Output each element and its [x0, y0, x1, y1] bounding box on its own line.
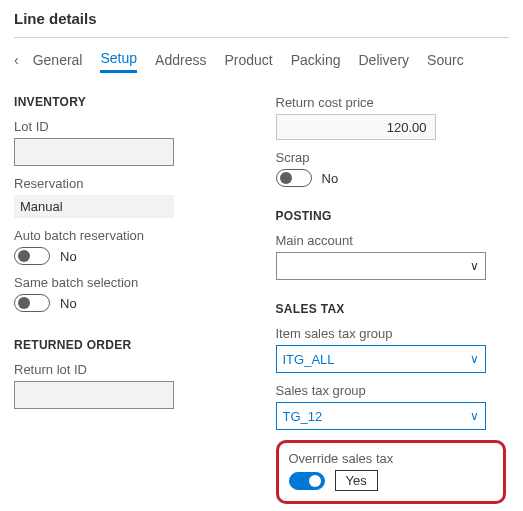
left-column: INVENTORY Lot ID Reservation Manual Auto… [14, 91, 248, 504]
page-title: Line details [14, 10, 509, 27]
scrap-label: Scrap [276, 150, 510, 165]
section-sales-tax: SALES TAX [276, 302, 510, 316]
same-batch-value: No [60, 296, 77, 311]
lot-id-input[interactable] [14, 138, 174, 166]
item-sales-tax-group-value: ITG_ALL [283, 352, 335, 367]
tab-general[interactable]: General [33, 48, 83, 72]
override-sales-tax-toggle[interactable] [289, 472, 325, 490]
sales-tax-group-select[interactable]: TG_12 ∨ [276, 402, 486, 430]
tab-scroll-left-icon[interactable]: ‹ [14, 52, 19, 68]
reservation-label: Reservation [14, 176, 248, 191]
return-cost-value[interactable]: 120.00 [276, 114, 436, 140]
tab-product[interactable]: Product [224, 48, 272, 72]
scrap-toggle[interactable] [276, 169, 312, 187]
tab-strip: ‹ General Setup Address Product Packing … [14, 46, 509, 73]
tab-delivery[interactable]: Delivery [359, 48, 410, 72]
section-posting: POSTING [276, 209, 510, 223]
return-lot-id-input[interactable] [14, 381, 174, 409]
override-sales-tax-highlight: Override sales tax Yes [276, 440, 506, 504]
tab-sourc[interactable]: Sourc [427, 48, 464, 72]
chevron-down-icon: ∨ [470, 259, 479, 273]
lot-id-label: Lot ID [14, 119, 248, 134]
tab-setup[interactable]: Setup [100, 46, 137, 73]
section-returned-order: RETURNED ORDER [14, 338, 248, 352]
right-column: Return cost price 120.00 Scrap No POSTIN… [276, 91, 510, 504]
override-sales-tax-label: Override sales tax [289, 451, 493, 466]
scrap-value: No [322, 171, 339, 186]
return-cost-label: Return cost price [276, 95, 510, 110]
item-sales-tax-group-label: Item sales tax group [276, 326, 510, 341]
reservation-value[interactable]: Manual [14, 195, 174, 218]
override-sales-tax-value: Yes [335, 470, 378, 491]
chevron-down-icon: ∨ [470, 352, 479, 366]
tab-address[interactable]: Address [155, 48, 206, 72]
return-lot-id-label: Return lot ID [14, 362, 248, 377]
tab-packing[interactable]: Packing [291, 48, 341, 72]
section-inventory: INVENTORY [14, 95, 248, 109]
auto-batch-label: Auto batch reservation [14, 228, 248, 243]
sales-tax-group-label: Sales tax group [276, 383, 510, 398]
same-batch-toggle[interactable] [14, 294, 50, 312]
divider [14, 37, 509, 38]
item-sales-tax-group-select[interactable]: ITG_ALL ∨ [276, 345, 486, 373]
auto-batch-toggle[interactable] [14, 247, 50, 265]
auto-batch-value: No [60, 249, 77, 264]
main-account-label: Main account [276, 233, 510, 248]
same-batch-label: Same batch selection [14, 275, 248, 290]
main-account-select[interactable]: ∨ [276, 252, 486, 280]
sales-tax-group-value: TG_12 [283, 409, 323, 424]
chevron-down-icon: ∨ [470, 409, 479, 423]
